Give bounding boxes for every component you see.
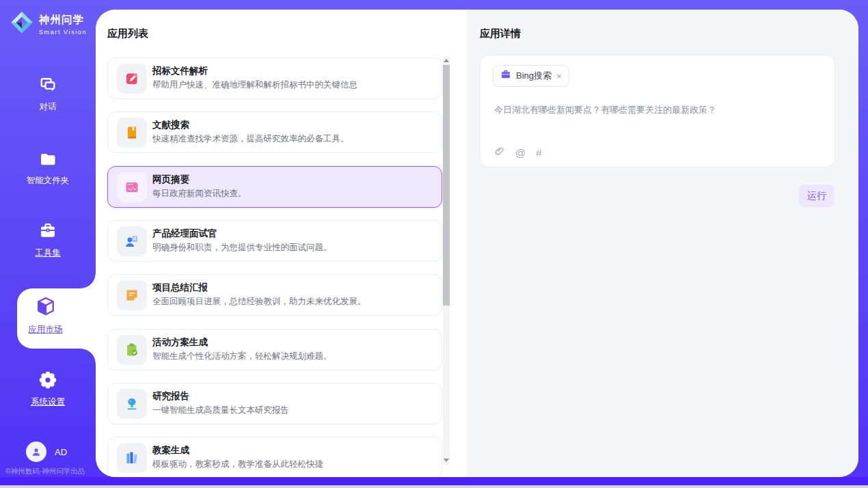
sidebar-item-toolset[interactable]: 工具集 bbox=[0, 221, 96, 259]
app-name: 产品经理面试官 bbox=[152, 228, 217, 240]
gear-icon bbox=[38, 370, 57, 392]
sidebar-item-chat[interactable]: 对话 bbox=[0, 75, 96, 113]
sidebar-item-label: 对话 bbox=[0, 101, 96, 113]
clipboard-check-icon bbox=[117, 335, 147, 365]
brand-name: 神州问学 bbox=[39, 13, 87, 27]
app-card-pm-interviewer[interactable]: 产品经理面试官 明确身份和职责，为您提供专业性的面试问题。 bbox=[107, 220, 442, 262]
app-card-web-summary[interactable]: </> 网页摘要 每日政府新闻资讯快查。 bbox=[107, 166, 442, 208]
app-detail-title: 应用详情 bbox=[480, 27, 521, 40]
user-name: AD bbox=[55, 447, 67, 457]
paperclip-icon[interactable] bbox=[494, 146, 505, 160]
scroll-up-arrow-icon[interactable] bbox=[444, 59, 449, 62]
sidebar-item-app-market[interactable]: 应用市场 bbox=[17, 288, 96, 349]
folder-icon bbox=[38, 149, 57, 171]
app-list-title: 应用列表 bbox=[107, 27, 148, 40]
hash-icon[interactable]: # bbox=[536, 147, 541, 159]
prompt-toolbar: @ # bbox=[494, 146, 542, 160]
app-card-project-summary[interactable]: 项目总结汇报 全面回顾项目进展，总结经验教训，助力未来优化发展。 bbox=[107, 274, 442, 316]
mention-icon[interactable]: @ bbox=[515, 147, 526, 159]
sidebar: 神州问学 Smart Vision 对话 智能文件夹 bbox=[0, 0, 96, 488]
copyright-text: ©神州数码·神州问学出品 bbox=[5, 467, 97, 476]
app-desc: 智能生成个性化活动方案，轻松解决规划难题。 bbox=[152, 351, 332, 362]
main-content: 应用列表 招标文件解析 帮助用户快速、准确地理解和解析招标书中的关键信息 bbox=[96, 10, 858, 477]
brand-logo: 神州问学 Smart Vision bbox=[10, 10, 87, 38]
app-desc: 每日政府新闻资讯快查。 bbox=[152, 188, 247, 200]
bottom-accent-bar bbox=[0, 477, 868, 485]
app-window: 神州问学 Smart Vision 对话 智能文件夹 bbox=[0, 0, 868, 488]
scroll-down-arrow-icon[interactable] bbox=[444, 459, 449, 462]
chat-icon bbox=[38, 75, 57, 97]
prompt-card: Bing搜索 × 今日湖北有哪些新闻要点？有哪些需要关注的最新政策？ @ # bbox=[480, 55, 835, 167]
brand-subtitle: Smart Vision bbox=[39, 29, 87, 36]
app-card-literature-search[interactable]: 文献搜索 快速精准查找学术资源，提高研究效率的必备工具。 bbox=[107, 111, 442, 153]
app-desc: 快速精准查找学术资源，提高研究效率的必备工具。 bbox=[152, 133, 349, 145]
sidebar-item-label: 工具集 bbox=[0, 247, 96, 259]
app-card-lesson-plan[interactable]: 教案生成 模板驱动，教案秒成，教学准备从此轻松快捷 bbox=[107, 437, 442, 477]
tool-chip-bing-search[interactable]: Bing搜索 × bbox=[493, 65, 569, 87]
app-card-event-plan[interactable]: 活动方案生成 智能生成个性化活动方案，轻松解决规划难题。 bbox=[107, 329, 442, 370]
app-card-research-report[interactable]: 研究报告 一键智能生成高质量长文本研究报告 bbox=[107, 383, 442, 424]
sidebar-item-settings[interactable]: 系统设置 bbox=[0, 370, 96, 408]
prompt-input[interactable]: 今日湖北有哪些新闻要点？有哪些需要关注的最新政策？ bbox=[494, 104, 822, 116]
gem-diamond-icon bbox=[10, 10, 34, 38]
cube-icon bbox=[35, 295, 57, 320]
edit-square-icon bbox=[117, 64, 147, 94]
active-tab-fillet-bottom bbox=[81, 349, 96, 364]
app-name: 项目总结汇报 bbox=[152, 282, 208, 294]
app-name: 活动方案生成 bbox=[152, 336, 208, 349]
app-card-bid-document-analysis[interactable]: 招标文件解析 帮助用户快速、准确地理解和解析招标书中的关键信息 bbox=[107, 57, 442, 99]
app-desc: 帮助用户快速、准确地理解和解析招标书中的关键信息 bbox=[152, 79, 357, 91]
note-icon bbox=[117, 280, 147, 310]
app-desc: 模板驱动，教案秒成，教学准备从此轻松快捷 bbox=[152, 459, 323, 470]
tool-chip-label: Bing搜索 bbox=[516, 70, 552, 82]
sidebar-item-label: 应用市场 bbox=[6, 324, 85, 336]
briefcase-icon bbox=[500, 69, 511, 83]
app-name: 文献搜索 bbox=[152, 119, 189, 131]
active-tab-fillet-top bbox=[81, 273, 96, 288]
app-name: 招标文件解析 bbox=[152, 65, 208, 77]
person-icon bbox=[30, 446, 42, 458]
toolbox-icon bbox=[38, 221, 57, 243]
user-account[interactable]: AD bbox=[26, 442, 67, 462]
interviewer-icon bbox=[117, 226, 147, 256]
app-detail-panel: 应用详情 Bing搜索 × 今日湖北有哪些新闻要点？有哪些需要关注的最新政策？ bbox=[467, 10, 858, 477]
bottom-edge-strip bbox=[0, 485, 868, 488]
scrollbar-thumb[interactable] bbox=[443, 65, 450, 306]
app-name: 研究报告 bbox=[152, 390, 189, 403]
research-icon bbox=[117, 389, 147, 419]
svg-text:</>: </> bbox=[128, 187, 136, 192]
app-desc: 一键智能生成高质量长文本研究报告 bbox=[152, 405, 289, 416]
sidebar-item-label: 系统设置 bbox=[0, 396, 96, 408]
book-icon bbox=[117, 118, 147, 148]
sidebar-item-smart-folders[interactable]: 智能文件夹 bbox=[0, 149, 96, 187]
app-name: 教案生成 bbox=[152, 444, 189, 457]
books-icon bbox=[117, 443, 147, 473]
run-button[interactable]: 运行 bbox=[799, 185, 835, 207]
browser-code-icon: </> bbox=[117, 172, 147, 202]
app-desc: 明确身份和职责，为您提供专业性的面试问题。 bbox=[152, 242, 332, 254]
close-icon[interactable]: × bbox=[556, 71, 562, 81]
app-name: 网页摘要 bbox=[152, 174, 189, 186]
app-desc: 全面回顾项目进展，总结经验教训，助力未来优化发展。 bbox=[152, 296, 366, 308]
scrollbar[interactable] bbox=[443, 56, 450, 465]
sidebar-item-label: 智能文件夹 bbox=[0, 175, 96, 187]
avatar bbox=[26, 442, 46, 462]
